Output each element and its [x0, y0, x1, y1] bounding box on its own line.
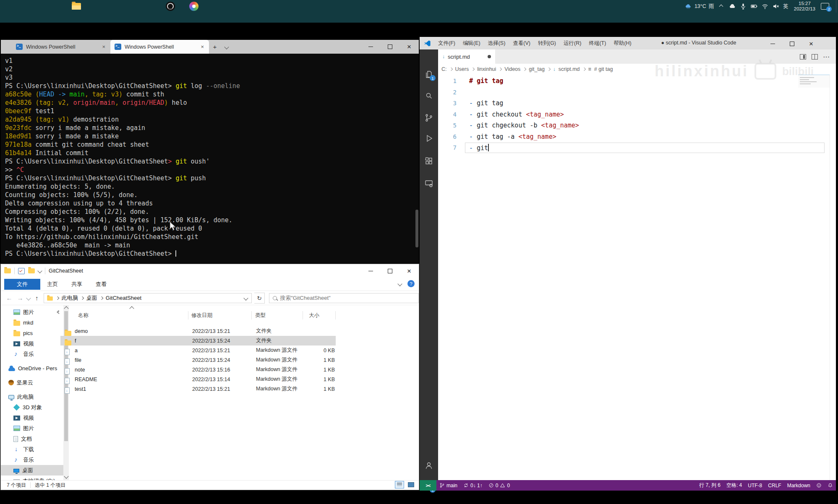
up-button[interactable]: ↑ — [33, 294, 41, 301]
terminal-close-button[interactable] — [399, 40, 419, 54]
sidebar-item-视频[interactable]: 视频 — [1, 413, 63, 423]
file-row-a[interactable]: a2022/2/13 15:21Markdown 源文件0 KB — [60, 346, 336, 355]
remote-indicator[interactable]: >< — [420, 480, 436, 491]
file-row-README[interactable]: README2022/2/13 15:14Markdown 源文件1 KB — [60, 374, 336, 384]
terminal-output[interactable]: v1v2v3PS C:\Users\linxinhui\Desktop\GitC… — [1, 54, 419, 263]
breadcrumb-item[interactable]: 桌面 — [86, 294, 97, 302]
sidebar-item-下载[interactable]: 下载 — [1, 444, 63, 455]
explorer-maximize-button[interactable] — [380, 264, 399, 278]
back-button[interactable]: ← — [5, 294, 13, 301]
breadcrumb-item[interactable]: # git tag — [594, 66, 613, 72]
file-row-demo[interactable]: demo2022/2/13 15:21文件夹 — [60, 326, 336, 336]
onedrive-icon[interactable] — [728, 3, 736, 10]
remote-explorer-icon[interactable] — [424, 178, 434, 188]
vscode-breadcrumbs[interactable]: C:UserslinxinhuiVideosgit_tag↓script.md≡… — [441, 64, 836, 75]
notifications-bell-button[interactable] — [825, 480, 836, 491]
sidebar-item-视频[interactable]: 视频 — [1, 338, 63, 349]
editor-line-4[interactable]: 4- git checkout <tag_name> — [438, 109, 830, 120]
customize-toolbar-chevron-icon[interactable] — [37, 268, 42, 273]
menu-1[interactable]: 文件(F) — [434, 37, 459, 49]
volume-muted-icon[interactable] — [772, 3, 779, 10]
column-header-2[interactable]: 修改日期 — [191, 312, 212, 319]
ribbon-expand-chevron-icon[interactable] — [397, 281, 402, 286]
sidebar-item-坚果云[interactable]: 坚果云 — [1, 377, 63, 388]
breadcrumb-item[interactable]: git_tag — [529, 66, 545, 72]
show-desktop-button[interactable] — [836, 0, 838, 13]
eol-indicator[interactable]: CRLF — [765, 480, 784, 491]
editor-line-7[interactable]: 7- git — [438, 142, 830, 153]
battery-icon[interactable] — [750, 3, 757, 10]
cursor-position-indicator[interactable]: 行 7, 列 6 — [696, 480, 723, 491]
search-icon[interactable] — [424, 91, 434, 101]
file-row-f[interactable]: f2022/2/13 15:24文件夹 — [60, 336, 336, 346]
vscode-editor[interactable]: 1# git tag23- git tag4- git checkout <ta… — [438, 75, 830, 480]
terminal-tab-2[interactable]: Windows PowerShell× — [110, 40, 209, 54]
vscode-minimap[interactable] — [798, 75, 830, 88]
sidebar-item-本地磁盘 (C:)[interactable]: 本地磁盘 (C:) — [1, 475, 63, 480]
breadcrumb-item[interactable]: linxinhui — [477, 66, 496, 72]
terminal-maximize-button[interactable] — [380, 40, 399, 54]
editor-line-6[interactable]: 6- git tag -a <tag_name> — [438, 131, 830, 143]
ribbon-tab-1[interactable]: 主页 — [40, 281, 65, 288]
refresh-button[interactable] — [254, 293, 265, 304]
breadcrumb-item[interactable]: C: — [441, 66, 447, 72]
column-header-3[interactable]: 类型 — [255, 312, 266, 319]
file-row-test1[interactable]: test12022/2/13 15:21Markdown 源文件1 KB — [60, 384, 336, 394]
encoding-indicator[interactable]: UTF-8 — [745, 480, 765, 491]
menu-4[interactable]: 查看(V) — [509, 37, 534, 49]
column-separator[interactable] — [251, 311, 252, 320]
sync-indicator[interactable]: 0↓ 1↑ — [460, 480, 486, 491]
breadcrumb-item[interactable]: Users — [455, 66, 469, 72]
sidebar-item-图片[interactable]: 图片 — [1, 423, 63, 434]
menu-5[interactable]: 转到(G) — [534, 37, 560, 49]
sidebar-item-OneDrive - Pers[interactable]: OneDrive - Pers — [1, 363, 63, 374]
vscode-minimize-button[interactable] — [763, 37, 782, 51]
menu-7[interactable]: 终端(T) — [585, 37, 610, 49]
git-branch-indicator[interactable]: main — [436, 480, 460, 491]
breadcrumb-item[interactable]: script.md — [559, 66, 580, 72]
source-control-icon[interactable] — [424, 113, 434, 123]
tab-dropdown-button[interactable] — [221, 40, 232, 54]
file-row-file[interactable]: file2022/2/13 15:24Markdown 源文件1 KB — [60, 355, 336, 365]
sidebar-item-pics[interactable]: pics — [1, 328, 63, 338]
explorer-minimize-button[interactable] — [361, 264, 380, 278]
column-separator[interactable] — [188, 311, 188, 320]
explorer-icon[interactable]: 1 — [424, 70, 434, 80]
indentation-indicator[interactable]: 空格: 4 — [723, 480, 745, 491]
details-view-button[interactable] — [395, 481, 404, 488]
ribbon-file-button[interactable]: 文件 — [4, 279, 40, 290]
more-actions-icon[interactable]: ··· — [823, 54, 830, 60]
new-folder-icon[interactable] — [28, 268, 35, 273]
sidebar-item-文档[interactable]: 文档 — [1, 434, 63, 444]
ime-indicator[interactable]: 英 — [783, 3, 788, 10]
modified-dot-icon[interactable] — [488, 55, 491, 58]
menu-3[interactable]: 选择(S) — [484, 37, 509, 49]
column-separator[interactable] — [335, 311, 336, 320]
breadcrumb-item[interactable]: GitCheatSheet — [106, 295, 141, 301]
microphone-icon[interactable] — [739, 3, 747, 10]
sidebar-item-音乐[interactable]: 音乐 — [1, 349, 63, 359]
ribbon-tab-3[interactable]: 查看 — [89, 281, 113, 288]
ribbon-tab-2[interactable]: 共享 — [65, 281, 89, 288]
hidden-icons-chevron[interactable] — [718, 3, 725, 10]
account-icon[interactable] — [424, 460, 434, 470]
vscode-maximize-button[interactable] — [782, 37, 801, 51]
feedback-button[interactable] — [813, 480, 825, 491]
thumbnails-view-button[interactable] — [406, 481, 415, 488]
close-tab-icon[interactable]: × — [101, 44, 106, 50]
forward-button[interactable]: → — [16, 294, 24, 301]
split-editor-icon[interactable] — [812, 54, 818, 60]
clock[interactable]: 15:27 2022/2/13 — [792, 1, 817, 12]
weather-widget[interactable]: 13°C 雨 — [685, 3, 714, 10]
tab-script-md[interactable]: ↓ script.md — [438, 49, 495, 64]
vscode-close-button[interactable] — [801, 37, 821, 51]
column-separator[interactable] — [303, 311, 303, 320]
sidebar-item-音乐[interactable]: 音乐 — [1, 455, 63, 465]
sidebar-item-mkd[interactable]: mkd — [1, 317, 63, 328]
editor-line-2[interactable]: 2 — [438, 87, 830, 98]
search-box[interactable]: 搜索"GitCheatSheet" — [269, 293, 419, 303]
problems-indicator[interactable]: 0 0 — [486, 480, 513, 491]
menu-6[interactable]: 运行(R) — [560, 37, 585, 49]
extensions-icon[interactable] — [424, 156, 434, 166]
new-tab-button[interactable]: + — [209, 40, 221, 54]
